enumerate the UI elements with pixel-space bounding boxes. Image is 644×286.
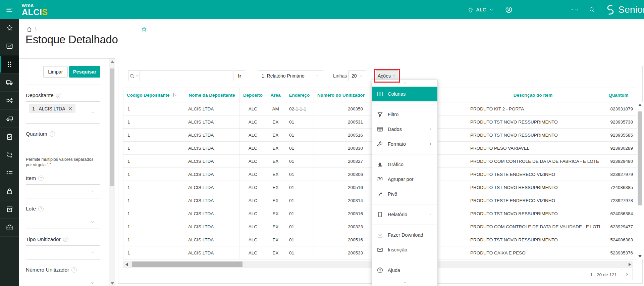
column-header-2[interactable]: Nome da Depositante <box>184 88 240 102</box>
text-input[interactable] <box>26 140 100 154</box>
cell: PRODUTO TST NOVO RESSUPRIMENTO <box>466 129 600 142</box>
cell: 200350 <box>314 102 367 115</box>
cell: 1 <box>123 142 184 155</box>
remove-tag-icon[interactable] <box>68 107 72 110</box>
menu-item-piv-[interactable]: Pivô <box>372 187 437 201</box>
dropdown-chevron-zone[interactable] <box>85 102 100 123</box>
column-header-6[interactable]: Número do Unitizador <box>314 88 367 102</box>
filter-panel-scrollbar[interactable] <box>109 59 115 286</box>
clear-button[interactable]: Limpar <box>43 66 68 78</box>
select-control[interactable] <box>26 245 100 259</box>
help-icon[interactable]: ? <box>38 176 44 181</box>
report-select[interactable]: 1. Relatório Primário <box>258 70 323 81</box>
menu-scroll-down-indicator[interactable] <box>372 279 437 286</box>
rows-per-page-select[interactable]: 20 <box>348 70 366 81</box>
breadcrumb: \ <box>26 26 37 33</box>
sidebar-item-archive[interactable] <box>0 200 19 219</box>
cell: ALCIS LTDA <box>184 246 240 259</box>
user-profile-button[interactable] <box>505 6 513 14</box>
select-control[interactable] <box>26 184 100 198</box>
scroll-up-arrow[interactable] <box>109 59 115 64</box>
column-header-9[interactable]: Quantum <box>600 88 637 102</box>
dropdown-chevron-zone[interactable] <box>85 276 100 286</box>
help-icon[interactable]: ? <box>50 131 55 137</box>
go-button[interactable]: Ir <box>234 70 245 81</box>
menu-item-agrupar-por[interactable]: Agrupar por <box>372 172 437 187</box>
sidebar-item-line-chart[interactable] <box>0 37 19 55</box>
wms-alcis-logo[interactable]: wms ALCIS <box>22 3 48 16</box>
column-header-4[interactable]: Área <box>266 88 285 102</box>
select-control[interactable] <box>26 276 100 286</box>
menu-item-inscri-o[interactable]: Inscrição <box>372 242 437 257</box>
menu-item-fazer-download[interactable]: Fazer Download <box>372 228 437 242</box>
help-icon[interactable]: ? <box>71 267 77 273</box>
sidebar-item-star[interactable] <box>0 19 19 37</box>
sidebar-item-briefcase[interactable] <box>0 219 19 237</box>
cell: ALC <box>240 207 266 220</box>
help-icon[interactable]: ? <box>38 206 44 211</box>
menu-item-formato[interactable]: Formato <box>372 137 437 151</box>
cell: 200516 <box>314 129 367 142</box>
help-icon[interactable]: ? <box>63 237 68 242</box>
sidebar-item-truck[interactable] <box>0 74 19 92</box>
sidebar-item-truck-alt[interactable] <box>0 110 19 128</box>
cell: EX <box>266 246 285 259</box>
scrollbar-thumb[interactable] <box>110 68 114 186</box>
column-header-5[interactable]: Endereço <box>285 88 314 102</box>
field-label: Lote <box>26 206 36 212</box>
scrollbar-thumb[interactable] <box>638 111 642 205</box>
sidebar-item-checklist[interactable] <box>0 164 19 182</box>
scroll-down-arrow[interactable] <box>637 253 643 259</box>
search-button[interactable]: Pesquisar <box>69 66 100 78</box>
sidebar-item-clipboard-check[interactable] <box>0 128 19 146</box>
column-header-1[interactable]: Código Depositante <box>123 88 184 102</box>
menu-item-relat-rio[interactable]: Relatório <box>372 207 437 222</box>
column-header-8[interactable]: Descrição do Item <box>466 88 600 102</box>
cell: 923935738 <box>600 115 637 129</box>
cell: 200314 <box>314 194 367 207</box>
dropdown-chevron-zone[interactable] <box>85 215 100 229</box>
menu-item-gr-fico[interactable]: Gráfico <box>372 157 437 172</box>
home-icon[interactable] <box>26 26 33 33</box>
scroll-down-arrow[interactable] <box>109 281 115 286</box>
scroll-right-arrow[interactable] <box>626 261 633 268</box>
chevron-down-small-icon <box>90 110 95 115</box>
scrollbar-thumb[interactable] <box>132 261 243 267</box>
next-page-button[interactable] <box>621 269 633 280</box>
help-icon[interactable]: ? <box>56 93 61 98</box>
menu-item-ajuda[interactable]: Ajuda <box>372 263 437 278</box>
site-label: ALC <box>476 7 487 12</box>
dropdown-chevron-zone[interactable] <box>85 185 100 198</box>
sidebar-item-lock[interactable] <box>0 182 19 200</box>
column-header-3[interactable]: Depósito <box>240 88 266 102</box>
sidebar-item-apps-grid[interactable] <box>0 55 19 74</box>
global-search-button[interactable] <box>588 6 595 13</box>
page-title: Estoque Detalhado <box>25 33 118 46</box>
multiselect-control[interactable]: 1 - ALCIS LTDA <box>26 101 100 124</box>
submenu-chevron-icon <box>428 212 433 217</box>
hamburger-menu-icon[interactable] <box>0 6 19 14</box>
pagination: 1 - 20 de 121 <box>590 269 633 280</box>
cell: ALC <box>240 246 266 259</box>
sidebar-item-shuffle[interactable] <box>0 92 19 110</box>
sort-ascending-icon[interactable] <box>172 92 178 98</box>
cell: PRODUTO KIT 2 - PORTA <box>466 102 600 115</box>
collapse-caret[interactable] <box>572 7 579 12</box>
field-label-row: Tipo Unitizador? <box>26 236 100 242</box>
menu-item-filtro[interactable]: Filtro <box>372 107 437 122</box>
search-column-selector[interactable] <box>128 70 140 81</box>
scroll-up-arrow[interactable] <box>637 102 643 108</box>
report-search-input[interactable] <box>140 70 233 81</box>
pagination-range: 1 - 20 de 121 <box>590 272 617 277</box>
menu-item-dados[interactable]: Dados <box>372 122 437 137</box>
menu-scroll-up-indicator[interactable] <box>372 80 437 87</box>
table-vertical-scrollbar[interactable] <box>637 102 643 259</box>
scroll-left-arrow[interactable] <box>123 261 130 268</box>
submenu-chevron-icon <box>428 127 433 132</box>
site-picker[interactable]: ALC <box>467 6 494 13</box>
favorite-page-star-icon[interactable] <box>141 26 147 33</box>
select-control[interactable] <box>26 215 100 229</box>
dropdown-chevron-zone[interactable] <box>85 246 100 259</box>
sidebar-item-sync[interactable] <box>0 146 19 164</box>
menu-item-colunas[interactable]: Colunas <box>372 87 437 101</box>
